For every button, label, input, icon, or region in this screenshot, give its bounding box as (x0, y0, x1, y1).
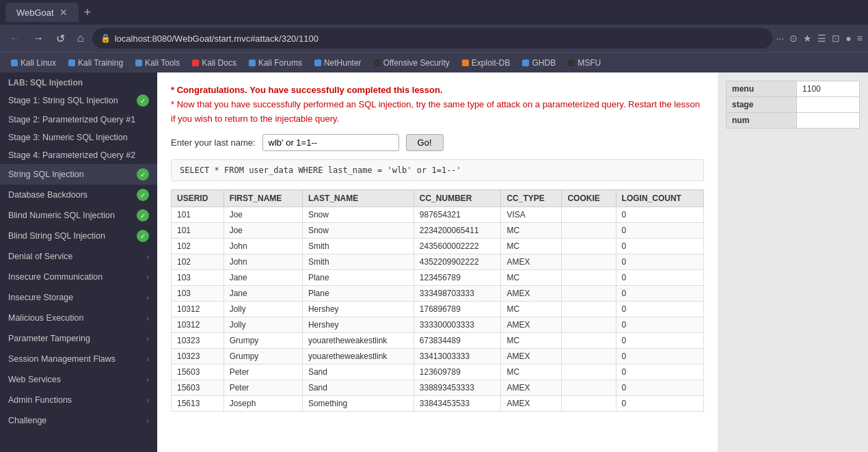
sidebar-category-label: Web Services (8, 375, 61, 384)
sidebar-category-malicious[interactable]: Malicious Execution › (0, 308, 157, 328)
sidebar-item-string-sql[interactable]: String SQL Injection ✓ (0, 164, 157, 185)
table-cell: Something (302, 396, 413, 412)
bookmark-label: Exploit-DB (472, 58, 511, 68)
bookmark-label: Kali Linux (21, 58, 56, 68)
url-input[interactable] (115, 34, 764, 44)
sidebar-category-insecure-comm[interactable]: Insecure Communication › (0, 267, 157, 287)
table-cell: youaretheweakestlink (302, 349, 413, 364)
sidebar-category-session[interactable]: Session Management Flaws › (0, 349, 157, 369)
table-cell: MC (501, 333, 562, 349)
table-cell: 0 (616, 333, 703, 349)
success-line1: * Congratulations. You have successfully… (171, 85, 443, 95)
menu-icon[interactable]: ≡ (857, 33, 863, 44)
table-row: 10312JollyHershey333300003333AMEX0 (172, 317, 704, 333)
tab-close-icon[interactable]: ✕ (59, 7, 68, 18)
last-name-input[interactable] (262, 134, 399, 151)
col-firstname: FIRST_NAME (223, 190, 302, 207)
sidebar-category-parameter[interactable]: Parameter Tampering › (0, 328, 157, 349)
bookmark-dot-icon (374, 59, 381, 66)
table-cell: John (223, 239, 302, 254)
sidebar-item-label: Stage 3: Numeric SQL Injection (8, 133, 128, 142)
table-cell: Snow (302, 207, 413, 223)
check-icon: ✓ (137, 189, 149, 201)
table-cell: Smith (302, 254, 413, 270)
sidebar-item-db-backdoors[interactable]: Database Backdoors ✓ (0, 185, 157, 205)
bookmark-item[interactable]: Exploit-DB (457, 56, 516, 70)
sidebar-category-insecure-storage[interactable]: Insecure Storage › (0, 287, 157, 308)
bookmark-dot-icon (68, 59, 75, 66)
sidebar-item-stage3[interactable]: Stage 3: Numeric SQL Injection (0, 129, 157, 146)
chevron-icon: › (146, 293, 149, 302)
bookmark-item[interactable]: Kali Forums (243, 56, 308, 70)
bookmark-item[interactable]: Kali Tools (130, 56, 185, 70)
bookmarks-icon[interactable]: ☰ (817, 33, 826, 44)
table-cell: Sand (302, 380, 413, 396)
bookmark-item[interactable]: Kali Docs (187, 56, 242, 70)
sidebar-item-stage2[interactable]: Stage 2: Parameterized Query #1 (0, 111, 157, 129)
bookmark-item[interactable]: NetHunter (309, 56, 367, 70)
pocket-icon[interactable]: ⊙ (789, 33, 798, 44)
sidebar-item-stage1[interactable]: Stage 1: String SQL Injection ✓ (0, 90, 157, 111)
sidebar-item-stage4[interactable]: Stage 4: Parameterized Query #2 (0, 146, 157, 164)
table-cell: AMEX (501, 286, 562, 302)
right-panel-value-num (797, 113, 860, 129)
table-cell: Joe (223, 207, 302, 223)
sidebar-category-web-services[interactable]: Web Services › (0, 369, 157, 390)
results-table: USERID FIRST_NAME LAST_NAME CC_NUMBER CC… (171, 189, 704, 412)
back-button[interactable]: ← (5, 29, 25, 47)
check-icon: ✓ (137, 94, 149, 107)
bookmark-label: Kali Forums (258, 58, 302, 68)
go-button[interactable]: Go! (406, 134, 444, 151)
table-cell: Jane (223, 286, 302, 302)
bookmark-label: NetHunter (324, 58, 362, 68)
table-cell (562, 207, 616, 223)
chevron-icon: › (146, 314, 149, 322)
check-icon: ✓ (137, 230, 149, 242)
table-cell: 103 (172, 270, 224, 286)
table-cell: youaretheweakestlink (302, 333, 413, 349)
sidebar-item-label: Stage 2: Parameterized Query #1 (8, 115, 135, 124)
table-cell: 10312 (172, 302, 224, 317)
table-cell: MC (501, 239, 562, 254)
table-cell: 102 (172, 239, 224, 254)
sidebar-category-denial[interactable]: Denial of Service › (0, 246, 157, 267)
sidebar-category-challenge[interactable]: Challenge › (0, 410, 157, 431)
sidebar-item-label: Blind String SQL Injection (8, 231, 105, 241)
browser-tab[interactable]: WebGoat ✕ (5, 3, 79, 22)
bookmark-item[interactable]: Offensive Security (368, 56, 455, 70)
home-button[interactable]: ⌂ (73, 29, 88, 47)
table-cell: 15603 (172, 364, 224, 380)
sidebar-category-label: Denial of Service (8, 252, 73, 261)
table-cell: VISA (501, 207, 562, 223)
profile-icon[interactable]: ● (845, 33, 851, 44)
chevron-icon: › (146, 396, 149, 404)
table-cell: 0 (616, 207, 703, 223)
sidebar-category-label: Parameter Tampering (8, 334, 90, 343)
forward-button[interactable]: → (29, 29, 48, 47)
sidebar-item-blind-string[interactable]: Blind String SQL Injection ✓ (0, 226, 157, 246)
input-label: Enter your last name: (171, 137, 256, 148)
table-row: 103JanePlane123456789MC0 (172, 270, 704, 286)
check-icon: ✓ (137, 168, 149, 181)
bookmark-item[interactable]: Kali Training (63, 56, 128, 70)
bookmark-item[interactable]: MSFU (562, 56, 606, 70)
sidebar: LAB: SQL Injection Stage 1: String SQL I… (0, 72, 157, 452)
table-cell: 2435600002222 (413, 239, 501, 254)
sidebar-category-admin[interactable]: Admin Functions › (0, 390, 157, 410)
bookmark-item[interactable]: GHDB (517, 56, 561, 70)
split-icon[interactable]: ⊡ (832, 33, 840, 44)
sidebar-item-blind-numeric[interactable]: Blind Numeric SQL Injection ✓ (0, 205, 157, 226)
table-cell: 4352209902222 (413, 254, 501, 270)
right-panel-value-menu: 1100 (797, 81, 860, 97)
table-cell: AMEX (501, 317, 562, 333)
table-cell: AMEX (501, 254, 562, 270)
star-icon[interactable]: ★ (803, 33, 812, 44)
new-tab-button[interactable]: + (84, 5, 92, 20)
more-icon[interactable]: ··· (776, 33, 785, 44)
table-cell: 2234200065411 (413, 223, 501, 239)
bookmark-item[interactable]: Kali Linux (5, 56, 62, 70)
bookmark-label: MSFU (578, 58, 601, 68)
refresh-button[interactable]: ↺ (52, 29, 69, 48)
table-row: 10323Grumpyyouaretheweakestlink673834489… (172, 333, 704, 349)
sidebar-category-label: Admin Functions (8, 395, 72, 405)
